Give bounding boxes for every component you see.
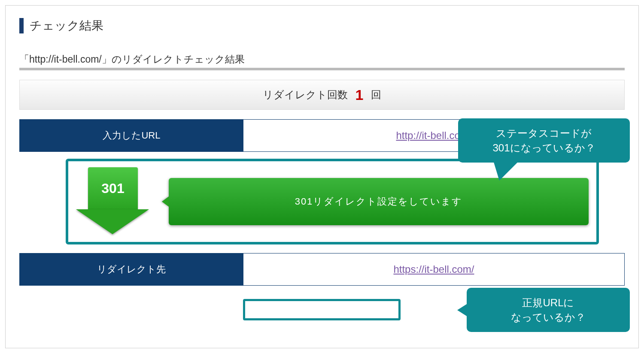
- destination-url-label: リダイレクト先: [20, 253, 243, 285]
- result-panel: チェック結果 「http://it-bell.com/」のリダイレクトチェック結…: [5, 5, 639, 348]
- redirect-count-unit: 回: [371, 88, 381, 102]
- divider: [19, 68, 625, 70]
- destination-url-cell: https://it-bell.com/: [243, 253, 624, 285]
- input-url-label: 入力したURL: [20, 120, 243, 151]
- annotation-bubble-status-text: ステータスコードが 301になっているか？: [492, 126, 595, 155]
- arrow-down-icon: [76, 209, 149, 234]
- redirect-count-bar: リダイレクト回数 1 回: [19, 80, 625, 110]
- status-arrow-icon: 301: [76, 167, 149, 236]
- annotation-bubble-canonical: 正規URLに なっているか？: [467, 288, 630, 332]
- highlight-destination-url: [243, 299, 401, 320]
- result-subtitle: 「http://it-bell.com/」のリダイレクトチェック結果: [19, 53, 625, 66]
- title-accent-bar: [19, 18, 24, 33]
- destination-url-row: リダイレクト先 https://it-bell.com/: [19, 253, 625, 286]
- status-code-badge: 301: [88, 167, 138, 209]
- annotation-bubble-canonical-text: 正規URLに なっているか？: [511, 296, 586, 324]
- section-title: チェック結果: [19, 18, 625, 34]
- redirect-count-label: リダイレクト回数: [263, 88, 348, 102]
- section-title-text: チェック結果: [30, 18, 103, 34]
- annotation-bubble-status: ステータスコードが 301になっているか？: [458, 118, 630, 163]
- destination-url-link[interactable]: https://it-bell.com/: [393, 263, 474, 275]
- status-message-banner: 301リダイレクト設定をしています: [169, 178, 589, 225]
- redirect-count-value: 1: [355, 87, 364, 103]
